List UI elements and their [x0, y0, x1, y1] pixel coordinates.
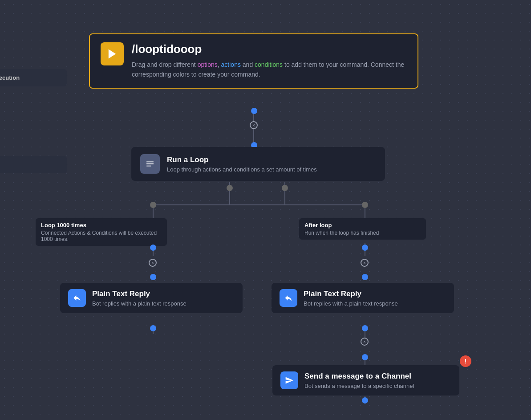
right-branch-title: After loop [304, 222, 421, 228]
loop-right-port [282, 185, 288, 191]
channel-card-icon [280, 371, 298, 389]
left-reply-title: Plain Text Reply [92, 290, 186, 298]
right-reply-icon [280, 289, 297, 307]
right-channel-x-connector[interactable]: × [361, 338, 369, 346]
svg-rect-14 [146, 166, 151, 167]
channel-card-title: Send a message to a Channel [304, 372, 414, 381]
send-icon-svg [285, 376, 294, 385]
command-card-icon [101, 42, 124, 65]
left-reply-desc: Bot replies with a plain text response [92, 300, 186, 307]
loop-left-port [227, 185, 233, 191]
right-reply-desc: Bot replies with a plain text response [304, 300, 398, 307]
left-branch-x-connector[interactable]: × [149, 259, 157, 267]
left-card-execution-label: ond execution [0, 74, 20, 81]
channel-card-content: Send a message to a Channel Bot sends a … [304, 372, 414, 389]
channel-bottom-dot [362, 397, 368, 404]
reply-icon-svg [73, 294, 81, 302]
left-branch-label: Loop 1000 times Connected Actions & Cond… [36, 218, 167, 246]
loop-card-description: Loop through actions and conditions a se… [167, 166, 317, 173]
svg-rect-12 [146, 162, 154, 163]
right-branch-desc: Run when the loop has finished [304, 230, 421, 236]
channel-card: Send a message to a Channel Bot sends a … [272, 365, 459, 396]
left-branch-blue-bottom [150, 274, 156, 280]
error-badge: ! [460, 355, 471, 367]
left-reply-bottom-dot [150, 325, 156, 331]
right-branch-blue-bottom [362, 274, 368, 280]
svg-rect-13 [146, 163, 154, 164]
right-branch-dot [362, 202, 368, 208]
left-branch-desc: Connected Actions & Conditions will be e… [41, 230, 162, 242]
left-reply-content: Plain Text Reply Bot replies with a plai… [92, 290, 186, 307]
loop-icon-svg [145, 159, 155, 169]
command-title: /looptidooop [132, 42, 407, 56]
left-branch-dot [150, 202, 156, 208]
right-branch-label: After loop Run when the loop has finishe… [299, 218, 426, 240]
actions-text: actions [221, 61, 241, 68]
left-card-execution: ond execution [0, 69, 67, 86]
loop-card-title: Run a Loop [167, 155, 317, 164]
right-reply-title: Plain Text Reply [304, 290, 398, 298]
left-reply-card: Plain Text Reply Bot replies with a plai… [60, 283, 243, 313]
loop-card-icon [140, 154, 160, 174]
left-branch-blue-top [150, 245, 156, 251]
right-reply-card: Plain Text Reply Bot replies with a plai… [272, 283, 454, 313]
top-blue-dot [251, 108, 257, 114]
right-reply-content: Plain Text Reply Bot replies with a plai… [304, 290, 398, 307]
right-branch-blue-top [362, 245, 368, 251]
right-channel-blue-dot [362, 354, 368, 360]
right-reply-bottom-blue [362, 325, 368, 331]
loop-card: Run a Loop Loop through actions and cond… [131, 147, 385, 181]
left-reply-icon [68, 289, 86, 307]
reply-icon-svg-2 [284, 294, 293, 302]
right-branch-x-connector[interactable]: × [361, 259, 369, 267]
error-badge-text: ! [465, 358, 467, 365]
top-x-connector[interactable]: × [250, 121, 258, 129]
command-description: Drag and drop different options, actions… [132, 60, 407, 80]
conditions-text: conditions [255, 61, 283, 68]
channel-card-desc: Bot sends a message to a specific channe… [304, 383, 414, 389]
arrow-icon [106, 48, 118, 60]
loop-card-content: Run a Loop Loop through actions and cond… [167, 155, 317, 173]
command-card-content: /looptidooop Drag and drop different opt… [132, 42, 407, 80]
options-text: options [198, 61, 218, 68]
command-card: /looptidooop Drag and drop different opt… [89, 33, 418, 89]
left-branch-title: Loop 1000 times [41, 222, 162, 228]
left-card-response: onse [0, 156, 67, 173]
